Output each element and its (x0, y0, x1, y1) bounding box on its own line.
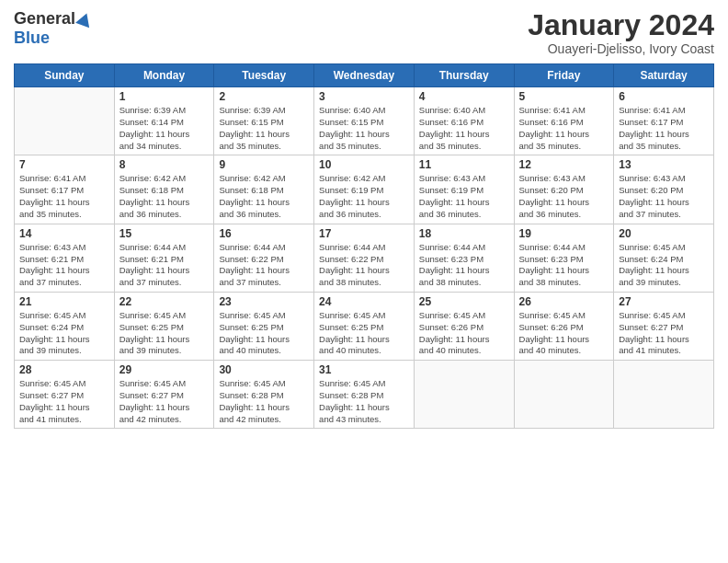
calendar-cell: 11Sunrise: 6:43 AM Sunset: 6:19 PM Dayli… (414, 155, 514, 224)
title-section: January 2024 Ouayeri-Djelisso, Ivory Coa… (528, 9, 714, 56)
calendar-cell: 26Sunrise: 6:45 AM Sunset: 6:26 PM Dayli… (514, 292, 614, 360)
calendar-cell: 15Sunrise: 6:44 AM Sunset: 6:21 PM Dayli… (114, 224, 214, 292)
date-number: 26 (519, 295, 609, 308)
day-info: Sunrise: 6:39 AM Sunset: 6:15 PM Dayligh… (219, 105, 309, 152)
weekday-header-row: SundayMondayTuesdayWednesdayThursdayFrid… (15, 64, 714, 87)
day-info: Sunrise: 6:45 AM Sunset: 6:28 PM Dayligh… (219, 378, 309, 425)
calendar-body: 1Sunrise: 6:39 AM Sunset: 6:14 PM Daylig… (15, 87, 714, 429)
day-info: Sunrise: 6:45 AM Sunset: 6:26 PM Dayligh… (519, 310, 609, 357)
calendar-cell: 20Sunrise: 6:45 AM Sunset: 6:24 PM Dayli… (614, 224, 714, 292)
date-number: 23 (219, 295, 309, 308)
calendar-table: SundayMondayTuesdayWednesdayThursdayFrid… (14, 63, 714, 429)
date-number: 21 (19, 295, 109, 308)
weekday-header-cell: Thursday (414, 64, 514, 87)
calendar-cell: 2Sunrise: 6:39 AM Sunset: 6:15 PM Daylig… (214, 87, 314, 155)
day-info: Sunrise: 6:43 AM Sunset: 6:19 PM Dayligh… (419, 173, 509, 220)
day-info: Sunrise: 6:42 AM Sunset: 6:18 PM Dayligh… (119, 173, 210, 220)
date-number: 10 (319, 158, 409, 171)
calendar-cell: 10Sunrise: 6:42 AM Sunset: 6:19 PM Dayli… (314, 155, 415, 224)
calendar-cell: 16Sunrise: 6:44 AM Sunset: 6:22 PM Dayli… (214, 224, 314, 292)
calendar-cell: 14Sunrise: 6:43 AM Sunset: 6:21 PM Dayli… (15, 224, 115, 292)
day-info: Sunrise: 6:41 AM Sunset: 6:16 PM Dayligh… (519, 105, 609, 152)
calendar-week-row: 14Sunrise: 6:43 AM Sunset: 6:21 PM Dayli… (15, 224, 714, 292)
logo-general-text: General (14, 9, 75, 29)
weekday-header-cell: Wednesday (314, 64, 415, 87)
calendar-cell (414, 361, 514, 429)
day-info: Sunrise: 6:45 AM Sunset: 6:25 PM Dayligh… (119, 310, 210, 357)
weekday-header-cell: Sunday (15, 64, 115, 87)
calendar-week-row: 21Sunrise: 6:45 AM Sunset: 6:24 PM Dayli… (15, 292, 714, 360)
day-info: Sunrise: 6:45 AM Sunset: 6:28 PM Dayligh… (319, 378, 409, 425)
weekday-header-cell: Friday (514, 64, 614, 87)
calendar-cell: 21Sunrise: 6:45 AM Sunset: 6:24 PM Dayli… (15, 292, 115, 360)
calendar-cell (614, 361, 714, 429)
day-info: Sunrise: 6:41 AM Sunset: 6:17 PM Dayligh… (619, 105, 709, 152)
day-info: Sunrise: 6:45 AM Sunset: 6:27 PM Dayligh… (119, 378, 210, 425)
calendar-week-row: 1Sunrise: 6:39 AM Sunset: 6:14 PM Daylig… (15, 87, 714, 155)
calendar-cell (15, 87, 115, 155)
subtitle: Ouayeri-Djelisso, Ivory Coast (528, 41, 714, 56)
day-info: Sunrise: 6:41 AM Sunset: 6:17 PM Dayligh… (19, 173, 109, 220)
calendar-cell: 22Sunrise: 6:45 AM Sunset: 6:25 PM Dayli… (114, 292, 214, 360)
calendar-cell: 24Sunrise: 6:45 AM Sunset: 6:25 PM Dayli… (314, 292, 415, 360)
day-info: Sunrise: 6:45 AM Sunset: 6:26 PM Dayligh… (419, 310, 509, 357)
day-info: Sunrise: 6:45 AM Sunset: 6:27 PM Dayligh… (619, 310, 709, 357)
calendar-cell (514, 361, 614, 429)
calendar-cell: 28Sunrise: 6:45 AM Sunset: 6:27 PM Dayli… (15, 361, 115, 429)
logo-triangle-icon (75, 10, 94, 28)
date-number: 7 (19, 158, 109, 171)
calendar-cell: 29Sunrise: 6:45 AM Sunset: 6:27 PM Dayli… (114, 361, 214, 429)
calendar-cell: 17Sunrise: 6:44 AM Sunset: 6:22 PM Dayli… (314, 224, 415, 292)
logo-blue-text: Blue (14, 29, 50, 48)
date-number: 2 (219, 90, 309, 103)
date-number: 20 (619, 227, 709, 240)
day-info: Sunrise: 6:44 AM Sunset: 6:21 PM Dayligh… (119, 242, 210, 289)
day-info: Sunrise: 6:40 AM Sunset: 6:16 PM Dayligh… (419, 105, 509, 152)
day-info: Sunrise: 6:44 AM Sunset: 6:22 PM Dayligh… (219, 242, 309, 289)
date-number: 29 (119, 363, 210, 376)
calendar-cell: 30Sunrise: 6:45 AM Sunset: 6:28 PM Dayli… (214, 361, 314, 429)
day-info: Sunrise: 6:43 AM Sunset: 6:20 PM Dayligh… (519, 173, 609, 220)
date-number: 19 (519, 227, 609, 240)
calendar-cell: 1Sunrise: 6:39 AM Sunset: 6:14 PM Daylig… (114, 87, 214, 155)
main-title: January 2024 (528, 9, 714, 41)
day-info: Sunrise: 6:45 AM Sunset: 6:24 PM Dayligh… (19, 310, 109, 357)
calendar-cell: 4Sunrise: 6:40 AM Sunset: 6:16 PM Daylig… (414, 87, 514, 155)
day-info: Sunrise: 6:44 AM Sunset: 6:23 PM Dayligh… (519, 242, 609, 289)
date-number: 15 (119, 227, 210, 240)
date-number: 4 (419, 90, 509, 103)
date-number: 5 (519, 90, 609, 103)
date-number: 27 (619, 295, 709, 308)
date-number: 16 (219, 227, 309, 240)
date-number: 18 (419, 227, 509, 240)
calendar-cell: 27Sunrise: 6:45 AM Sunset: 6:27 PM Dayli… (614, 292, 714, 360)
date-number: 8 (119, 158, 210, 171)
date-number: 14 (19, 227, 109, 240)
date-number: 6 (619, 90, 709, 103)
day-info: Sunrise: 6:45 AM Sunset: 6:25 PM Dayligh… (319, 310, 409, 357)
calendar-cell: 19Sunrise: 6:44 AM Sunset: 6:23 PM Dayli… (514, 224, 614, 292)
weekday-header-cell: Saturday (614, 64, 714, 87)
calendar-cell: 6Sunrise: 6:41 AM Sunset: 6:17 PM Daylig… (614, 87, 714, 155)
date-number: 11 (419, 158, 509, 171)
day-info: Sunrise: 6:43 AM Sunset: 6:21 PM Dayligh… (19, 242, 109, 289)
calendar-cell: 12Sunrise: 6:43 AM Sunset: 6:20 PM Dayli… (514, 155, 614, 224)
date-number: 9 (219, 158, 309, 171)
day-info: Sunrise: 6:45 AM Sunset: 6:24 PM Dayligh… (619, 242, 709, 289)
calendar-cell: 3Sunrise: 6:40 AM Sunset: 6:15 PM Daylig… (314, 87, 415, 155)
calendar-cell: 31Sunrise: 6:45 AM Sunset: 6:28 PM Dayli… (314, 361, 415, 429)
logo: General Blue (14, 9, 92, 48)
date-number: 3 (319, 90, 409, 103)
calendar-week-row: 7Sunrise: 6:41 AM Sunset: 6:17 PM Daylig… (15, 155, 714, 224)
date-number: 30 (219, 363, 309, 376)
date-number: 24 (319, 295, 409, 308)
calendar-cell: 13Sunrise: 6:43 AM Sunset: 6:20 PM Dayli… (614, 155, 714, 224)
day-info: Sunrise: 6:45 AM Sunset: 6:27 PM Dayligh… (19, 378, 109, 425)
header: General Blue January 2024 Ouayeri-Djelis… (14, 9, 714, 56)
date-number: 17 (319, 227, 409, 240)
page: General Blue January 2024 Ouayeri-Djelis… (0, 0, 728, 563)
calendar-cell: 8Sunrise: 6:42 AM Sunset: 6:18 PM Daylig… (114, 155, 214, 224)
day-info: Sunrise: 6:39 AM Sunset: 6:14 PM Dayligh… (119, 105, 210, 152)
calendar-cell: 9Sunrise: 6:42 AM Sunset: 6:18 PM Daylig… (214, 155, 314, 224)
day-info: Sunrise: 6:43 AM Sunset: 6:20 PM Dayligh… (619, 173, 709, 220)
